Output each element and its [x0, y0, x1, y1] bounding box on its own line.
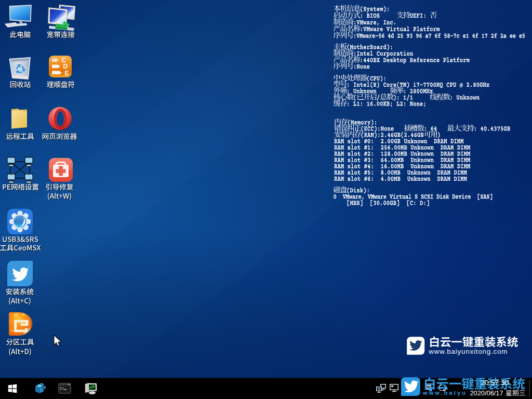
svg-text:2020/06/17: 2020/06/17: [470, 389, 503, 397]
svg-text:C:\: C:\: [60, 387, 64, 390]
svg-text:E: E: [65, 70, 69, 77]
svg-text:www.baiyunxitong.com: www.baiyunxitong.com: [428, 348, 508, 355]
svg-text:20:57:30: 20:57:30: [481, 379, 509, 387]
svg-text:www.baiyu: www.baiyu: [422, 390, 467, 396]
